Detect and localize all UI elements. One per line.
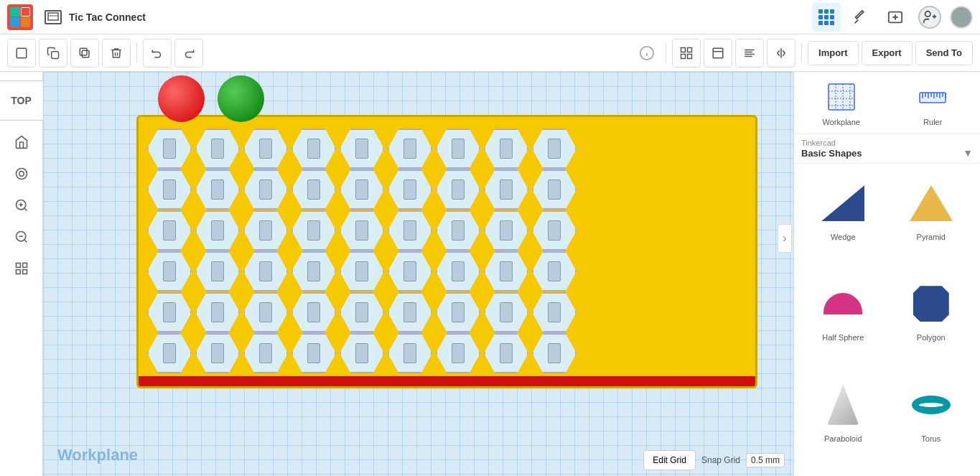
hex-shape xyxy=(243,292,288,332)
delete-button[interactable] xyxy=(102,39,131,67)
delete-icon xyxy=(110,47,123,60)
duplicate-button[interactable] xyxy=(70,39,99,67)
project-icon xyxy=(45,10,62,24)
shape-item-polygon[interactable]: Polygon xyxy=(888,270,975,369)
view-all-button[interactable] xyxy=(9,256,34,281)
shape-item-pyramid[interactable]: Pyramid xyxy=(888,169,975,269)
hex-cell xyxy=(195,129,240,169)
hex-shape xyxy=(436,251,480,291)
shape-item-half-sphere[interactable]: Half Sphere xyxy=(800,270,887,369)
ungroup-button[interactable] xyxy=(704,39,732,67)
hex-cell xyxy=(243,251,288,291)
copy-button[interactable] xyxy=(39,39,67,67)
hex-slot xyxy=(211,302,224,322)
green-piece[interactable] xyxy=(218,75,264,122)
red-piece[interactable] xyxy=(158,75,205,122)
mirror-button[interactable] xyxy=(767,39,795,67)
redo-button[interactable] xyxy=(174,39,203,67)
shape-item-paraboloid[interactable]: Paraboloid xyxy=(800,371,887,470)
edit-grid-button[interactable]: Edit Grid xyxy=(643,450,696,470)
group-button[interactable] xyxy=(672,39,701,67)
workplane-tool-label: Workplane xyxy=(823,118,860,126)
import-button[interactable]: Import xyxy=(808,41,858,65)
hex-cell xyxy=(532,210,577,251)
svg-rect-12 xyxy=(688,47,692,52)
hex-slot xyxy=(307,220,320,241)
hex-shape xyxy=(436,292,480,332)
svg-rect-35 xyxy=(829,84,854,110)
user-add-button[interactable] xyxy=(915,3,944,32)
hex-slot xyxy=(163,302,176,322)
shape-item-wedge[interactable]: Wedge xyxy=(800,169,887,269)
hex-cell xyxy=(195,333,240,373)
hex-slot xyxy=(355,220,368,241)
snap-grid-value[interactable]: 0.5 mm xyxy=(746,453,785,467)
hex-slot xyxy=(403,261,416,281)
hex-slot xyxy=(452,343,465,363)
workplane-label: Workplane xyxy=(57,446,138,465)
export-button[interactable]: Export xyxy=(862,41,913,65)
hint-button[interactable] xyxy=(634,40,660,66)
connect-four-board[interactable]: // We'll generate them via JS after xyxy=(136,75,757,388)
hex-cell xyxy=(147,210,192,251)
board[interactable]: // We'll generate them via JS after xyxy=(136,115,757,388)
hex-slot xyxy=(355,261,368,281)
grid-icon xyxy=(818,9,834,25)
hex-shape xyxy=(532,210,577,251)
hex-slot xyxy=(500,302,513,322)
grid-view-button[interactable] xyxy=(812,3,841,32)
toolbar-separator-3 xyxy=(801,43,802,63)
pyramid-label: Pyramid xyxy=(917,233,946,241)
panel-collapse-button[interactable]: › xyxy=(778,224,792,253)
hex-cell xyxy=(436,169,480,210)
hex-slot xyxy=(548,179,561,200)
copy-icon xyxy=(47,47,60,60)
undo-button[interactable] xyxy=(143,39,172,67)
user-avatar[interactable] xyxy=(950,6,973,29)
shapes-category-select[interactable]: Basic Shapes xyxy=(801,148,963,159)
hex-cell xyxy=(243,169,288,210)
svg-line-25 xyxy=(24,208,27,211)
zoom-in-icon xyxy=(14,198,29,213)
hex-shape xyxy=(340,251,384,291)
hex-slot xyxy=(307,179,320,200)
hex-cell xyxy=(388,210,432,251)
hex-slot xyxy=(548,139,561,159)
hex-slot xyxy=(500,220,513,241)
align-button[interactable] xyxy=(735,39,764,67)
hex-shape xyxy=(388,129,432,169)
ungroup-icon xyxy=(711,47,724,60)
half-sphere-visual xyxy=(818,279,868,329)
workplane-tool[interactable]: Workplane xyxy=(801,79,882,126)
sendto-button[interactable]: Send To xyxy=(915,41,973,65)
hex-slot xyxy=(452,179,465,200)
hammer-icon xyxy=(853,9,869,25)
snap-grid-label: Snap Grid xyxy=(701,455,740,465)
hex-shape xyxy=(388,333,432,373)
hex-slot xyxy=(163,261,176,281)
build-button[interactable] xyxy=(846,3,875,32)
hex-slot xyxy=(259,139,272,159)
shape-item-torus[interactable]: Torus xyxy=(888,371,975,470)
hex-cell xyxy=(147,129,192,169)
zoom-out-button[interactable] xyxy=(9,224,34,250)
ruler-tool[interactable]: Ruler xyxy=(893,79,974,126)
top-navigation: Tic Tac Connect xyxy=(0,0,980,34)
top-view-label[interactable]: TOP xyxy=(0,80,47,121)
hex-slot xyxy=(452,261,465,281)
sim-button[interactable] xyxy=(881,3,910,32)
hex-cell xyxy=(291,333,336,373)
polygon-label: Polygon xyxy=(917,333,946,342)
svg-rect-34 xyxy=(22,270,27,274)
shapes-header: Tinkercad Basic Shapes ▼ xyxy=(794,134,980,164)
select-button[interactable] xyxy=(9,161,34,187)
tinkercad-logo[interactable] xyxy=(7,4,33,30)
zoom-in-button[interactable] xyxy=(9,192,34,218)
new-button[interactable] xyxy=(7,39,36,67)
hex-cell xyxy=(388,129,432,169)
hex-shape xyxy=(243,333,288,373)
canvas-area[interactable]: // We'll generate them via JS after Edit… xyxy=(43,72,793,476)
home-view-button[interactable] xyxy=(9,129,34,155)
half-sphere-label: Half Sphere xyxy=(822,333,864,342)
hex-cell xyxy=(243,292,288,332)
